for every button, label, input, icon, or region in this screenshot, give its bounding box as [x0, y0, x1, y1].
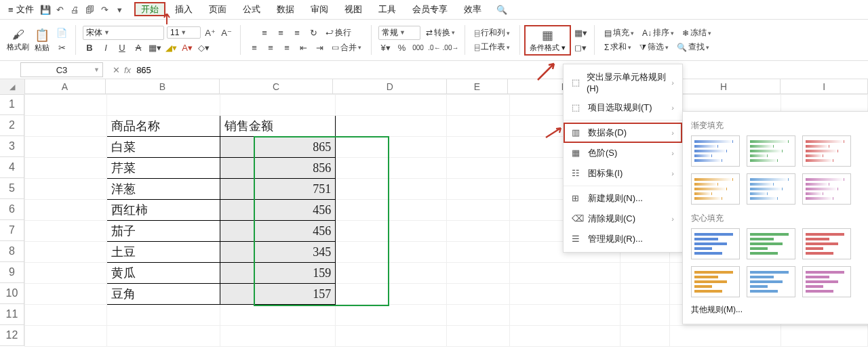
format-painter-button[interactable]: 🖌 格式刷 [4, 26, 32, 54]
cell[interactable] [620, 263, 670, 284]
col-header-A[interactable]: A [24, 79, 106, 94]
row-header-3[interactable]: 3 [0, 136, 24, 157]
align-center-icon[interactable]: ≡ [264, 41, 277, 54]
strikethrough-icon[interactable]: A [132, 41, 145, 55]
search-icon[interactable]: 🔍 [496, 4, 507, 15]
cell[interactable]: 白菜 [106, 137, 220, 158]
solid-databar-thumb-4[interactable] [747, 266, 795, 297]
cell[interactable] [446, 326, 509, 347]
print-icon[interactable]: 🖨 [70, 4, 81, 15]
cell[interactable] [620, 305, 670, 326]
save-icon[interactable]: 💾 [40, 4, 51, 15]
menu-tab-7[interactable]: 工具 [372, 2, 403, 16]
cell[interactable] [336, 137, 447, 158]
percent-icon[interactable]: % [395, 41, 409, 55]
cell[interactable] [25, 95, 107, 116]
gradient-databar-thumb-2[interactable] [802, 135, 851, 167]
formula-bar-value[interactable]: 865 [136, 65, 151, 75]
cancel-icon[interactable]: ✕ [113, 65, 120, 75]
font-color-icon[interactable]: A▾ [180, 41, 194, 55]
indent-increase-icon[interactable]: ⇥ [313, 41, 326, 54]
solid-databar-thumb-3[interactable] [691, 266, 740, 297]
undo-icon[interactable]: ↶ [55, 4, 66, 15]
row-header-5[interactable]: 5 [0, 178, 24, 199]
cell[interactable]: 865 [220, 137, 336, 158]
align-bottom-icon[interactable]: ≡ [290, 26, 304, 39]
cell[interactable] [25, 263, 107, 284]
sum-button[interactable]: Σ 求和 ▾ [601, 41, 634, 54]
cell[interactable] [781, 326, 867, 347]
cell[interactable]: 157 [220, 284, 336, 305]
cell[interactable] [446, 158, 509, 179]
cell[interactable]: 751 [220, 179, 336, 200]
increase-font-icon[interactable]: A⁺ [203, 26, 217, 39]
cell[interactable] [336, 158, 447, 179]
row-header-7[interactable]: 7 [0, 220, 24, 241]
worksheet-button[interactable]: ⌸ 工作表 ▾ [472, 41, 513, 54]
cell[interactable] [509, 284, 620, 305]
cell[interactable] [446, 116, 509, 137]
row-header-8[interactable]: 8 [0, 241, 24, 262]
cell[interactable] [220, 95, 336, 116]
menu-manage-rules[interactable]: ☰ 管理规则(R)... [564, 229, 682, 249]
cell[interactable] [509, 263, 620, 284]
cell[interactable] [106, 95, 220, 116]
cell[interactable] [25, 326, 107, 347]
cell[interactable] [446, 305, 509, 326]
cell[interactable] [336, 263, 447, 284]
col-header-D[interactable]: D [333, 79, 447, 94]
cell[interactable] [336, 116, 447, 137]
cell[interactable]: 456 [220, 221, 336, 242]
solid-databar-thumb-2[interactable] [802, 228, 851, 259]
increase-decimal-icon[interactable]: .00→ [444, 41, 458, 55]
cell[interactable] [25, 242, 107, 263]
dropdown-icon[interactable]: ▾ [115, 4, 125, 15]
align-top-icon[interactable]: ≡ [258, 26, 271, 39]
cell[interactable]: 159 [220, 263, 336, 284]
cell[interactable]: 豆角 [106, 284, 220, 305]
cell[interactable] [336, 242, 447, 263]
cut-icon[interactable]: ✂ [55, 41, 68, 54]
cell[interactable] [25, 137, 107, 158]
cell[interactable] [509, 326, 620, 347]
find-button[interactable]: 🔍 查找 ▾ [674, 41, 712, 54]
row-header-6[interactable]: 6 [0, 199, 24, 220]
currency-icon[interactable]: ¥▾ [379, 41, 393, 55]
solid-databar-thumb-5[interactable] [802, 266, 851, 297]
cell[interactable]: 456 [220, 200, 336, 221]
file-menu[interactable]: ≡ 文件 [4, 2, 38, 17]
table-style-icon[interactable]: ▦▾ [574, 26, 587, 39]
cell[interactable] [25, 158, 107, 179]
number-format-select[interactable]: 常规 ▼ [378, 26, 420, 40]
cell[interactable] [25, 200, 107, 221]
solid-databar-thumb-0[interactable] [691, 228, 740, 259]
name-box[interactable]: C3 ▼ [20, 62, 103, 77]
convert-button[interactable]: ⇄ 转换 ▾ [423, 26, 458, 39]
menu-new-rule[interactable]: ⊞ 新建规则(N)... [564, 188, 682, 209]
preview-icon[interactable]: 🗐 [85, 4, 96, 15]
menu-highlight-rules[interactable]: ⬚ 突出显示单元格规则(H) › [564, 67, 682, 98]
cell[interactable] [446, 242, 509, 263]
row-header-11[interactable]: 11 [0, 304, 24, 325]
cell[interactable] [446, 263, 509, 284]
thousands-icon[interactable]: 000 [412, 41, 425, 55]
font-name-select[interactable]: 宋体 ▼ [83, 26, 164, 40]
row-header-9[interactable]: 9 [0, 262, 24, 283]
cell[interactable] [336, 95, 447, 116]
menu-tab-9[interactable]: 效率 [457, 2, 488, 16]
italic-icon[interactable]: I [99, 41, 113, 55]
row-header-12[interactable]: 12 [0, 325, 24, 346]
menu-tab-6[interactable]: 视图 [338, 2, 369, 16]
align-right-icon[interactable]: ≡ [280, 41, 294, 54]
cell[interactable] [220, 305, 336, 326]
cell[interactable] [446, 179, 509, 200]
wrap-button[interactable]: ⮐ 换行 [323, 26, 354, 39]
fill-button[interactable]: ▤ 填充 ▾ [601, 26, 637, 39]
align-middle-icon[interactable]: ≡ [274, 26, 288, 39]
conditional-format-button[interactable]: ▦ 条件格式 ▾ [524, 25, 571, 56]
menu-tab-5[interactable]: 审阅 [304, 2, 335, 16]
decrease-decimal-icon[interactable]: .0← [428, 41, 441, 55]
copy-icon[interactable]: 📄 [55, 26, 68, 39]
cell[interactable] [336, 326, 447, 347]
cell[interactable] [446, 95, 509, 116]
